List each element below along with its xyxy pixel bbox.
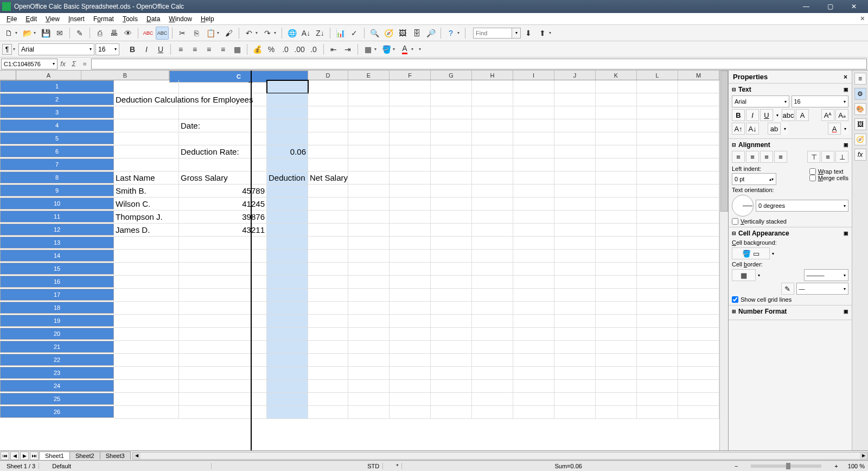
cell[interactable] <box>114 354 179 367</box>
tab-next-icon[interactable]: ▶ <box>20 451 29 460</box>
cell[interactable]: 41245 <box>179 198 267 211</box>
cell[interactable] <box>637 184 678 198</box>
cell[interactable] <box>513 367 554 380</box>
cell[interactable] <box>513 132 554 145</box>
cell[interactable] <box>472 211 513 224</box>
cell[interactable] <box>472 250 513 263</box>
cell[interactable] <box>431 354 472 367</box>
cell[interactable] <box>390 119 431 132</box>
col-header-E[interactable]: E <box>348 71 390 80</box>
cell[interactable] <box>596 406 637 419</box>
cell[interactable] <box>348 106 390 119</box>
cell[interactable] <box>179 328 267 341</box>
cell[interactable] <box>472 237 513 250</box>
cell[interactable] <box>472 367 513 380</box>
tab-prev-icon[interactable]: ◀ <box>10 451 19 460</box>
cut-icon[interactable]: ✂ <box>176 27 189 40</box>
cell[interactable] <box>431 263 472 276</box>
halign-right-icon[interactable]: ≡ <box>760 151 773 163</box>
cell[interactable] <box>678 119 719 132</box>
cell[interactable] <box>596 211 637 224</box>
cell[interactable] <box>678 237 719 250</box>
cell[interactable] <box>431 289 472 302</box>
cell[interactable] <box>390 184 431 198</box>
cell[interactable] <box>596 237 637 250</box>
cell[interactable] <box>637 380 678 393</box>
col-header-I[interactable]: I <box>513 71 554 80</box>
cell[interactable] <box>114 328 179 341</box>
cell[interactable] <box>678 145 719 158</box>
cell[interactable] <box>390 315 431 328</box>
vertically-stacked-checkbox[interactable]: Vertically stacked <box>732 218 848 225</box>
print-icon[interactable]: 🖶 <box>107 27 120 40</box>
cell[interactable] <box>596 367 637 380</box>
cell[interactable] <box>308 198 348 211</box>
row-header[interactable]: 24 <box>0 380 114 392</box>
close-button[interactable]: ✕ <box>842 0 866 13</box>
sidebar-subscript-icon[interactable]: Aₐ <box>835 109 848 121</box>
cell[interactable] <box>596 380 637 393</box>
cell[interactable] <box>513 354 554 367</box>
show-draw-icon[interactable]: ✓ <box>348 27 361 40</box>
cell[interactable] <box>267 93 308 106</box>
cell[interactable] <box>114 367 179 380</box>
row-header[interactable]: 8 <box>0 171 114 183</box>
cell[interactable] <box>472 315 513 328</box>
cell[interactable] <box>390 302 431 315</box>
cell[interactable] <box>179 393 267 406</box>
column-headers[interactable]: ABCDEFGHIJKLM <box>0 71 719 80</box>
remove-decimal-icon[interactable]: .0 <box>307 43 320 56</box>
sidebar-styles-icon[interactable]: 🎨 <box>854 103 866 115</box>
cell[interactable]: Thompson J. <box>114 211 179 224</box>
cell[interactable] <box>267 302 308 315</box>
cell[interactable] <box>179 315 267 328</box>
cell[interactable] <box>678 380 719 393</box>
cell[interactable]: Date: <box>179 119 267 132</box>
orientation-select[interactable]: 0 degrees▾ <box>756 200 848 212</box>
cell[interactable] <box>472 341 513 354</box>
col-header-A[interactable]: A <box>16 71 81 80</box>
cell[interactable] <box>179 341 267 354</box>
cell[interactable] <box>554 354 596 367</box>
cell[interactable] <box>513 171 554 184</box>
cell[interactable] <box>678 302 719 315</box>
status-sum[interactable]: Sum=0.06 <box>554 463 582 469</box>
cell[interactable] <box>431 184 472 198</box>
cell[interactable] <box>596 393 637 406</box>
help-icon[interactable]: ? <box>444 27 457 40</box>
add-decimal-icon[interactable]: .00 <box>293 43 306 56</box>
row-header[interactable]: 26 <box>0 406 114 418</box>
cell[interactable] <box>513 341 554 354</box>
formula-input[interactable] <box>91 59 867 69</box>
cell[interactable] <box>267 341 308 354</box>
cell[interactable] <box>637 119 678 132</box>
cell[interactable] <box>308 211 348 224</box>
sidebar-navigator-icon[interactable]: 🧭 <box>854 133 866 145</box>
cell[interactable] <box>513 302 554 315</box>
cell[interactable] <box>596 341 637 354</box>
find-prev-icon[interactable]: ⬆ <box>536 27 549 40</box>
cell[interactable] <box>678 341 719 354</box>
cell[interactable] <box>267 263 308 276</box>
cell[interactable] <box>308 315 348 328</box>
cell[interactable] <box>678 106 719 119</box>
cell[interactable] <box>513 145 554 158</box>
cell[interactable] <box>114 302 179 315</box>
cell[interactable] <box>179 380 267 393</box>
menu-format[interactable]: Format <box>89 14 118 24</box>
cell[interactable] <box>637 276 678 289</box>
halign-justify-icon[interactable]: ≡ <box>774 151 787 163</box>
cell[interactable] <box>390 406 431 419</box>
row-header[interactable]: 17 <box>0 289 114 301</box>
cell[interactable] <box>179 302 267 315</box>
cell[interactable] <box>431 106 472 119</box>
cell[interactable] <box>267 406 308 419</box>
cell[interactable] <box>267 289 308 302</box>
document-close-icon[interactable]: × <box>860 14 865 23</box>
paste-icon[interactable]: 📋 <box>204 27 217 40</box>
cell[interactable] <box>267 211 308 224</box>
cell[interactable] <box>308 289 348 302</box>
gallery-icon[interactable]: 🖼 <box>396 27 409 40</box>
row-header[interactable]: 4 <box>0 119 114 131</box>
status-mode[interactable]: STD <box>364 463 383 469</box>
